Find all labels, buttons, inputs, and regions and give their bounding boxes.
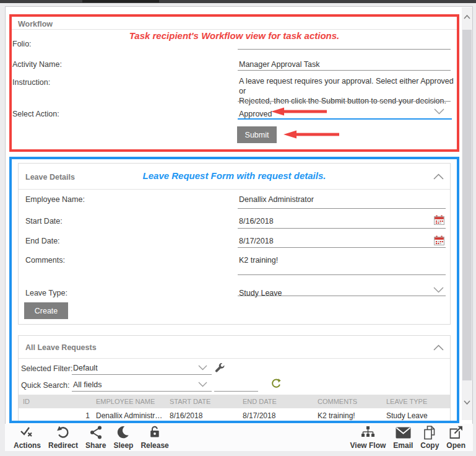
selected-filter-chevron-down-icon[interactable] (198, 365, 207, 370)
sleep-icon (117, 425, 129, 440)
view-flow-button[interactable]: View Flow (347, 425, 390, 450)
end-date-underline[interactable] (238, 247, 446, 248)
activity-name-underline[interactable] (238, 70, 451, 71)
leave-type-label: Leave Type: (25, 289, 67, 297)
annotation-arrow-select-action (271, 107, 328, 116)
cell-id: 1 (23, 411, 96, 420)
employee-name-underline[interactable] (238, 208, 446, 209)
copy-button[interactable]: Copy (417, 425, 443, 450)
sleep-button[interactable]: Sleep (110, 425, 137, 450)
leave-details-card: Leave Details Leave Request Form with re… (18, 163, 451, 325)
col-header-id[interactable]: ID (23, 398, 96, 405)
start-date-calendar-icon[interactable] (434, 215, 444, 225)
folio-label: Folio: (12, 40, 32, 48)
comments-underline[interactable] (238, 274, 446, 275)
divider (12, 29, 457, 30)
all-leave-requests-title: All Leave Requests (25, 343, 97, 352)
instruction-label: Instruction: (12, 78, 50, 87)
col-header-leave-type[interactable]: LEAVE TYPE (386, 398, 450, 405)
leave-details-annotation: Leave Request Form with request details. (19, 170, 450, 181)
all-leave-requests-card: All Leave Requests Selected Filter: Defa… (18, 335, 451, 423)
create-button[interactable]: Create (24, 302, 68, 319)
workflow-section: Workflow Task recipient's Workflow view … (9, 14, 459, 152)
redirect-icon (56, 425, 70, 440)
workflow-annotation: Task recipient's Workflow view for task … (12, 30, 457, 41)
comments-value[interactable]: K2 training! (239, 256, 278, 265)
quick-search-underline[interactable] (72, 391, 212, 392)
view-flow-icon (360, 425, 375, 440)
leave-type-chevron-down-icon[interactable] (433, 287, 444, 293)
col-header-start-date[interactable]: START DATE (170, 398, 243, 405)
table-row[interactable]: 1 Denallix Administr… 8/16/2018 8/17/201… (19, 408, 450, 423)
copy-icon (423, 425, 436, 440)
task-toolbar: Actions Redirect Share (5, 424, 473, 451)
annotation-arrow-submit (283, 130, 340, 139)
email-button[interactable]: Email (389, 425, 417, 450)
all-leave-requests-collapse-chevron-up-icon[interactable] (433, 344, 444, 351)
quick-search-chevron-down-icon[interactable] (198, 382, 207, 387)
actions-icon (20, 425, 35, 440)
col-header-end-date[interactable]: END DATE (243, 398, 318, 405)
open-icon (449, 425, 463, 440)
share-icon (90, 425, 102, 440)
start-date-underline[interactable] (238, 228, 446, 229)
scrollbar-thumb[interactable] (462, 30, 472, 380)
refresh-icon[interactable] (270, 379, 281, 389)
select-action-value[interactable]: Approved (239, 110, 272, 118)
selected-filter-value[interactable]: Default (73, 364, 98, 372)
release-icon (149, 425, 160, 440)
cell-end-date: 8/17/2018 (243, 411, 318, 420)
selected-filter-underline[interactable] (72, 374, 212, 375)
employee-name-label: Employee Name: (25, 195, 85, 204)
scroll-down-chevron-icon[interactable] (464, 400, 470, 408)
leave-type-underline[interactable] (238, 296, 446, 296)
employee-name-value[interactable]: Denallix Administrator (239, 195, 314, 204)
comments-label: Comments: (25, 256, 65, 265)
select-action-label: Select Action: (12, 110, 59, 118)
end-date-calendar-icon[interactable] (434, 235, 444, 245)
window-top-bar-segment (82, 0, 159, 2)
start-date-label: Start Date: (25, 217, 63, 226)
divider (19, 189, 450, 190)
col-header-employee-name[interactable]: EMPLOYEE NAME (96, 398, 170, 405)
vertical-scrollbar[interactable] (462, 7, 472, 420)
cell-start-date: 8/16/2018 (170, 411, 243, 420)
start-date-value[interactable]: 8/16/2018 (239, 217, 274, 226)
email-icon (396, 425, 411, 440)
selected-filter-label: Selected Filter: (21, 364, 72, 373)
redirect-button[interactable]: Redirect (45, 425, 82, 450)
select-action-chevron-down-icon[interactable] (434, 108, 444, 115)
window-top-bar (0, 0, 476, 3)
actions-button[interactable]: Actions (10, 425, 45, 450)
table-header-row: ID EMPLOYEE NAME START DATE END DATE COM… (19, 395, 450, 408)
filter-settings-wrench-icon[interactable] (215, 363, 225, 373)
release-button[interactable]: Release (137, 425, 172, 450)
open-button[interactable]: Open (443, 425, 469, 450)
folio-input-underline[interactable] (238, 49, 451, 50)
cell-leave-type: Study Leave (386, 411, 450, 420)
activity-name-value[interactable]: Manager Approval Task (239, 60, 319, 69)
leave-section: Leave Details Leave Request Form with re… (9, 157, 459, 423)
share-button[interactable]: Share (82, 425, 110, 450)
cell-employee-name: Denallix Administr… (96, 411, 170, 420)
activity-name-label: Activity Name: (12, 60, 62, 69)
submit-button[interactable]: Submit (237, 126, 277, 143)
end-date-label: End Date: (25, 237, 60, 245)
workflow-section-title: Workflow (18, 20, 53, 28)
instruction-underline (238, 101, 451, 102)
quick-search-input-underline[interactable] (214, 391, 258, 392)
col-header-comments[interactable]: COMMENTS (318, 398, 386, 405)
divider (19, 358, 450, 359)
scroll-up-chevron-icon[interactable] (464, 15, 470, 22)
cell-comments: K2 training! (318, 411, 386, 420)
quick-search-field-value[interactable]: All fields (73, 380, 102, 389)
end-date-value[interactable]: 8/17/2018 (239, 237, 274, 245)
form-panel: Workflow Task recipient's Workflow view … (5, 6, 473, 451)
select-action-focus-underline[interactable] (238, 118, 452, 120)
quick-search-label: Quick Search: (21, 381, 70, 390)
leave-details-collapse-chevron-up-icon[interactable] (433, 173, 444, 180)
